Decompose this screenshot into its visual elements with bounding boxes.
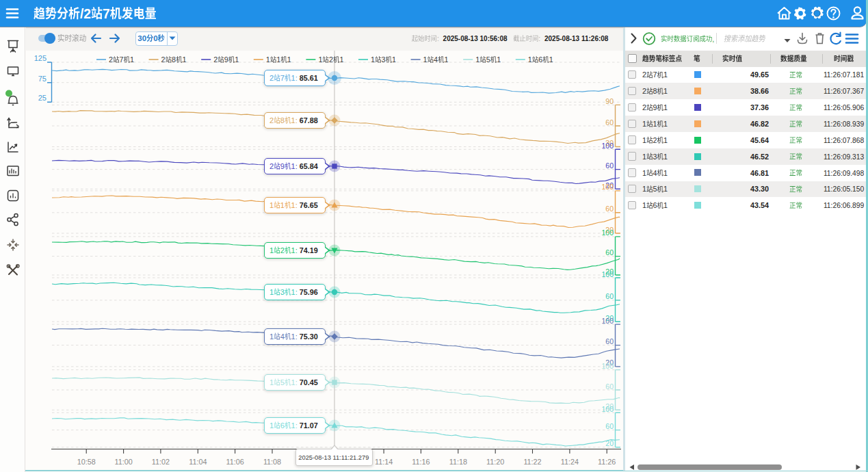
svg-text:100: 100 — [601, 317, 614, 325]
svg-text:11:14: 11:14 — [375, 458, 393, 466]
svg-text:11:20: 11:20 — [486, 458, 504, 466]
svg-text:60: 60 — [605, 118, 614, 127]
svg-text:100: 100 — [601, 183, 614, 191]
svg-text:75: 75 — [38, 75, 47, 83]
svg-text:11:02: 11:02 — [152, 458, 170, 466]
svg-text:11:26: 11:26 — [598, 458, 616, 466]
svg-text:125: 125 — [34, 54, 47, 62]
svg-text:11:00: 11:00 — [114, 458, 132, 466]
svg-text:100: 100 — [601, 362, 614, 370]
svg-text:60: 60 — [605, 382, 614, 391]
svg-text:11:22: 11:22 — [523, 458, 541, 466]
svg-text:11:16: 11:16 — [412, 458, 430, 466]
svg-text:10:58: 10:58 — [77, 458, 96, 466]
svg-text:11:06: 11:06 — [226, 458, 244, 466]
svg-text:11:18: 11:18 — [449, 458, 467, 466]
svg-text:100: 100 — [601, 228, 614, 237]
svg-text:100: 100 — [601, 142, 614, 150]
svg-text:11:08: 11:08 — [263, 458, 281, 466]
svg-text:60: 60 — [605, 337, 614, 345]
svg-text:60: 60 — [605, 205, 614, 213]
svg-text:100: 100 — [601, 270, 614, 278]
svg-text:11:24: 11:24 — [561, 458, 579, 466]
svg-text:11:04: 11:04 — [189, 458, 207, 466]
svg-text:60: 60 — [605, 292, 614, 300]
svg-text:60: 60 — [605, 161, 614, 170]
svg-text:90: 90 — [605, 97, 614, 105]
svg-text:25: 25 — [38, 94, 47, 102]
svg-text:60: 60 — [605, 248, 614, 257]
svg-text:60: 60 — [605, 422, 614, 430]
svg-text:100: 100 — [601, 405, 614, 413]
